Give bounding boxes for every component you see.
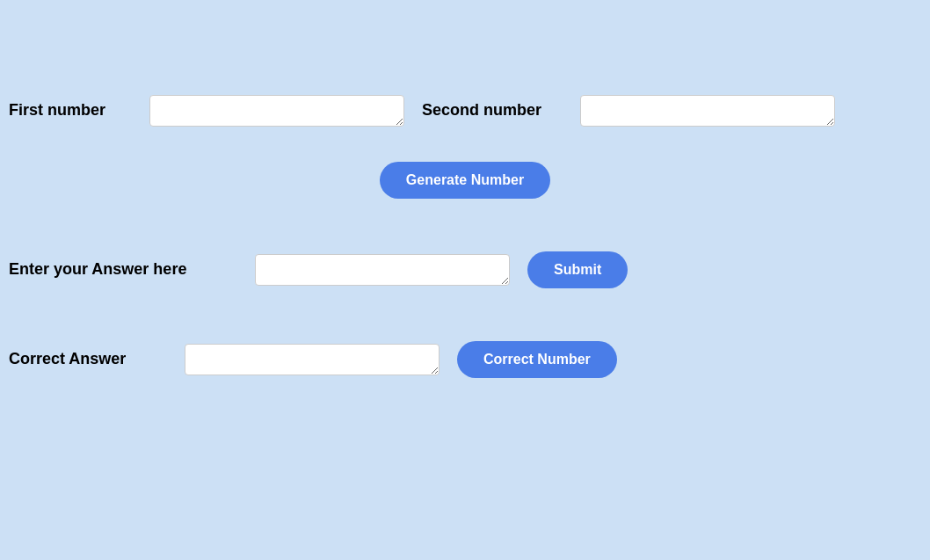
spacer: [0, 324, 930, 341]
generate-row: Generate Number: [0, 162, 930, 199]
second-number-input[interactable]: [580, 95, 835, 127]
answer-row: Enter your Answer here Submit: [0, 251, 930, 288]
correct-number-button[interactable]: Correct Number: [457, 341, 617, 378]
generate-number-button[interactable]: Generate Number: [380, 162, 550, 199]
correct-answer-input[interactable]: [185, 344, 440, 375]
correct-answer-label: Correct Answer: [9, 350, 185, 368]
enter-answer-label: Enter your Answer here: [9, 260, 255, 279]
correct-row: Correct Answer Correct Number: [0, 341, 930, 378]
first-number-label: First number: [9, 101, 149, 120]
submit-button[interactable]: Submit: [527, 251, 628, 288]
main-container: First number Second number Generate Numb…: [0, 0, 930, 560]
number-inputs-row: First number Second number: [0, 95, 930, 127]
first-number-input[interactable]: [149, 95, 404, 127]
answer-input[interactable]: [255, 254, 510, 286]
second-number-label: Second number: [422, 101, 563, 120]
